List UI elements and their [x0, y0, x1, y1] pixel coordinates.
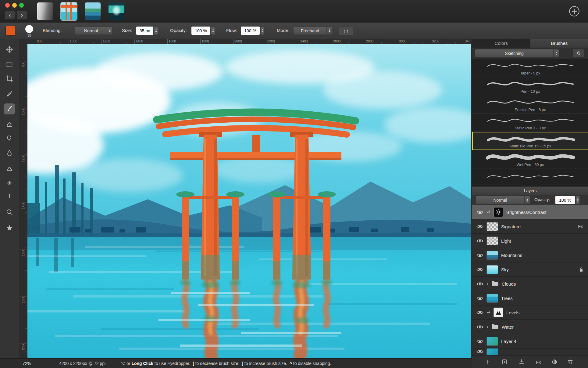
size-label: Size:	[122, 28, 132, 33]
move-tool-icon[interactable]	[4, 44, 15, 55]
marquee-tool-icon[interactable]	[4, 59, 15, 70]
layer-row-brightness-contrast[interactable]: Brightness/Contrast	[472, 205, 588, 219]
clip-indicator-icon	[486, 210, 490, 215]
clone-stamp-tool-icon[interactable]	[4, 163, 15, 174]
eye-icon[interactable]	[476, 210, 483, 215]
size-input[interactable]: 35 px	[136, 27, 153, 35]
vertical-ruler[interactable]: 800 1000 1200 1400 1600 1800 2000	[19, 44, 28, 358]
document-thumbnail-2-active[interactable]	[61, 2, 77, 20]
brush-settings-button[interactable]	[573, 49, 584, 57]
tab-colors[interactable]: Colors	[472, 39, 530, 48]
plus-circle-icon	[569, 6, 580, 17]
svg-text:T: T	[8, 193, 11, 199]
titlebar: ‹ ›	[0, 0, 588, 23]
horizontal-ruler[interactable]: 800 1000 1200 1400 1600 1800 2000 2200 2…	[27, 39, 471, 45]
layer-thumbnail	[486, 236, 498, 245]
layer-row-signature[interactable]: Signature Fx	[472, 219, 588, 234]
canvas-painting[interactable]	[27, 44, 471, 358]
eye-icon[interactable]	[476, 310, 483, 315]
document-thumbnail-3[interactable]	[85, 2, 101, 20]
favorites-star-tool-icon[interactable]	[4, 222, 15, 233]
disclosure-chevron-icon[interactable]: ›	[486, 282, 488, 286]
new-layer-icon	[501, 359, 508, 365]
eye-icon[interactable]	[476, 325, 483, 329]
eye-icon[interactable]	[476, 239, 483, 243]
brush-stroke-preview	[480, 133, 581, 145]
layer-row-light[interactable]: Light	[472, 234, 588, 248]
opacity-input[interactable]: 100 %	[191, 27, 210, 35]
layers-panel-header: Layers	[472, 187, 588, 195]
context-toolbar: 35 Blending: Normal Size: 35 px Opacity:…	[0, 23, 588, 39]
layer-opacity-input[interactable]: 100 %	[555, 196, 575, 204]
smudge-tool-icon[interactable]	[4, 148, 15, 159]
crop-tool-icon[interactable]	[4, 73, 15, 84]
brush-item[interactable]: Taper - 5 px	[472, 59, 588, 77]
minimize-window-button[interactable]	[12, 3, 17, 8]
layer-row-mountains[interactable]: Mountains	[472, 248, 588, 262]
paint-brush-tool-icon[interactable]	[4, 103, 15, 114]
document-thumbnail-1[interactable]	[37, 2, 53, 20]
adjustment-icon	[551, 359, 558, 365]
eye-icon[interactable]	[476, 296, 483, 301]
canvas-viewport[interactable]	[27, 44, 471, 358]
new-document-button[interactable]	[569, 6, 580, 17]
vector-brush-tool-icon[interactable]	[4, 88, 15, 99]
blending-select[interactable]: Normal	[75, 27, 112, 35]
eye-icon[interactable]	[476, 339, 483, 344]
layer-row-clouds[interactable]: › Clouds	[472, 277, 588, 291]
import-button[interactable]	[517, 358, 526, 366]
zoom-tool-icon[interactable]	[4, 207, 15, 218]
brush-item[interactable]: Pen - 10 px	[472, 77, 588, 95]
brush-size-value: 35	[25, 34, 33, 37]
layer-blend-mode-select[interactable]: Normal	[476, 196, 530, 204]
brush-item[interactable]: Wet Pen - 50 px	[472, 150, 588, 168]
document-thumbnail-4[interactable]	[109, 2, 124, 20]
brush-item-selected[interactable]: Static Big Pen 15 - 15 px	[472, 132, 588, 150]
brush-item[interactable]: Static Pen 3 - 3 px	[472, 114, 588, 132]
healing-tool-icon[interactable]	[4, 178, 15, 189]
flow-label: Flow:	[226, 28, 237, 33]
flow-input[interactable]: 100 %	[241, 27, 260, 35]
zoom-level[interactable]: 72%	[23, 361, 31, 366]
tab-brushes[interactable]: Brushes	[530, 39, 588, 48]
layer-opacity-stepper[interactable]	[576, 196, 580, 204]
mode-label: Mode:	[277, 28, 290, 33]
layer-row-sky[interactable]: Sky	[472, 262, 588, 277]
eye-icon[interactable]	[476, 253, 483, 258]
disclosure-chevron-icon[interactable]: ›	[486, 325, 488, 329]
layer-row-partial[interactable]	[472, 348, 588, 355]
mode-select[interactable]: Freehand	[293, 27, 332, 35]
brush-item[interactable]: Precise Pen - 8 px	[472, 95, 588, 114]
back-button[interactable]: ‹	[5, 10, 15, 20]
flow-stepper[interactable]	[260, 27, 265, 35]
layer-row-water[interactable]: › Water	[472, 320, 588, 334]
color-swatch[interactable]	[5, 26, 15, 36]
size-stepper[interactable]	[154, 27, 158, 35]
forward-button[interactable]: ›	[17, 10, 27, 20]
eye-icon[interactable]	[476, 282, 483, 286]
eye-icon[interactable]	[476, 349, 483, 354]
dodge-tool-icon[interactable]	[4, 133, 15, 144]
add-layer-button[interactable]	[483, 358, 492, 366]
opacity-label: Opacity:	[170, 28, 187, 33]
close-window-button[interactable]	[5, 3, 10, 8]
brush-item[interactable]	[472, 168, 588, 187]
adjustments-button[interactable]	[550, 358, 559, 366]
eraser-tool-icon[interactable]	[4, 118, 15, 129]
fullscreen-window-button[interactable]	[19, 3, 24, 8]
text-tool-icon[interactable]: T	[4, 191, 15, 202]
delete-layer-button[interactable]	[566, 358, 575, 366]
layer-row-trees[interactable]: Trees	[472, 291, 588, 305]
eye-icon[interactable]	[476, 224, 483, 229]
brush-category-select[interactable]: Sketching	[475, 49, 559, 57]
layer-effects-button[interactable]: Fx	[534, 358, 543, 366]
symmetry-button[interactable]	[339, 27, 353, 35]
layer-row-levels[interactable]: Levels	[472, 305, 588, 320]
new-pixel-layer-button[interactable]	[500, 358, 509, 366]
eye-icon[interactable]	[476, 267, 483, 272]
fx-badge[interactable]: Fx	[578, 224, 583, 229]
brush-size-preview[interactable]	[25, 25, 33, 33]
layer-row-layer-4[interactable]: Layer 4	[472, 334, 588, 348]
plus-icon	[484, 359, 491, 365]
opacity-stepper[interactable]	[211, 27, 215, 35]
